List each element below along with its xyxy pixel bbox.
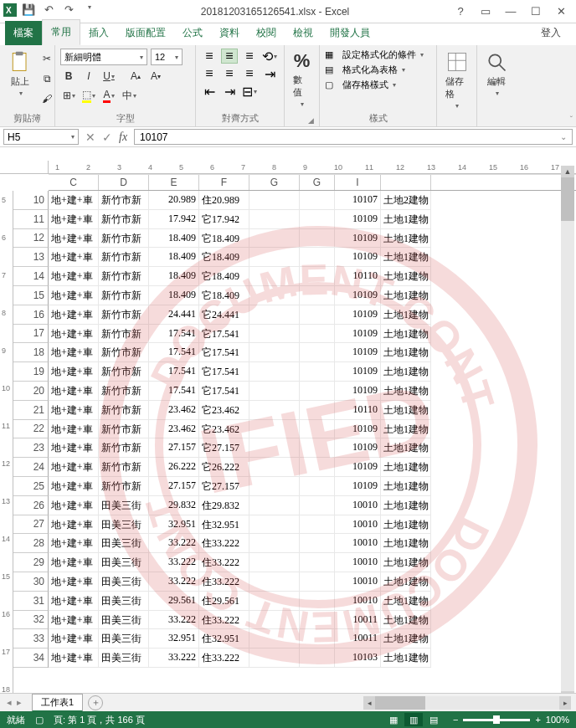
cell[interactable]: 10109 [335, 438, 381, 458]
sign-in-button[interactable]: 登入 [534, 21, 568, 45]
cell[interactable]: 田美三街 [99, 629, 149, 649]
cell[interactable] [249, 248, 300, 267]
cell[interactable]: 土地1建物 [381, 325, 431, 344]
cell[interactable]: 10109 [335, 362, 381, 382]
table-row[interactable]: 地+建+車新竹市新18.409它18.40910109土地1建物 [49, 248, 576, 267]
table-row[interactable]: 地+建+車新竹市新17.541它17.54110109土地1建物 [49, 343, 576, 362]
cell[interactable] [249, 458, 300, 477]
cell[interactable]: 田美三街 [99, 649, 149, 668]
cell[interactable]: 地+建+車 [49, 191, 99, 210]
cell[interactable]: 它17.942 [199, 210, 249, 229]
cell[interactable]: 新竹市新 [99, 191, 149, 210]
italic-button[interactable]: I [80, 68, 97, 85]
underline-button[interactable]: U▾ [100, 68, 117, 85]
cell[interactable]: 10109 [335, 248, 381, 267]
table-row[interactable]: 地+建+車新竹市新17.541它17.54110109土地1建物 [49, 362, 576, 382]
cell[interactable]: 新竹市新 [99, 286, 149, 305]
cell[interactable]: 地+建+車 [49, 382, 99, 401]
align-top-icon[interactable]: ≡ [201, 49, 218, 64]
table-row[interactable]: 地+建+車新竹市新23.462它23.46210110土地1建物 [49, 401, 576, 420]
cell[interactable] [249, 343, 300, 362]
cell[interactable]: 23.462 [149, 401, 199, 420]
cell[interactable]: 土地1建物 [381, 267, 431, 286]
cell[interactable]: 10103 [335, 649, 381, 668]
cell[interactable] [300, 210, 335, 229]
cell[interactable]: 10010 [335, 515, 381, 535]
help-icon[interactable]: ? [452, 5, 469, 18]
row-header[interactable]: 32 [13, 611, 49, 630]
cell[interactable] [300, 401, 335, 420]
cell[interactable]: 10010 [335, 496, 381, 515]
col-header[interactable] [381, 175, 431, 190]
close-icon[interactable]: ✕ [553, 5, 569, 18]
phonetic-button[interactable]: 中▾ [121, 87, 137, 104]
cell[interactable]: 地+建+車 [49, 210, 99, 229]
cell[interactable]: 住33.222 [199, 572, 249, 592]
cell[interactable]: 土地1建物 [381, 210, 431, 229]
cell[interactable]: 土地1建物 [381, 534, 431, 553]
scroll-right-icon[interactable]: ▸ [559, 696, 571, 710]
scroll-up-icon[interactable]: ▲ [561, 166, 574, 177]
cancel-icon[interactable]: ✕ [85, 131, 95, 144]
cell[interactable]: 新竹市新 [99, 458, 149, 477]
cells-button[interactable]: 儲存格 ▾ [442, 49, 471, 111]
table-row[interactable]: 地+建+車田美三街29.832住29.83210010土地1建物 [49, 496, 576, 515]
cell[interactable]: 33.222 [149, 553, 199, 572]
minimize-icon[interactable]: — [502, 5, 519, 18]
cell[interactable]: 地+建+車 [49, 458, 99, 477]
zoom-slider[interactable] [463, 719, 530, 721]
cell[interactable]: 32.951 [149, 515, 199, 535]
cell[interactable]: 新竹市新 [99, 267, 149, 286]
cell[interactable]: 土地1建物 [381, 629, 431, 649]
tab-data[interactable]: 資料 [211, 21, 248, 45]
row-header[interactable]: 24 [13, 458, 49, 477]
cell[interactable] [249, 420, 300, 439]
cell[interactable] [300, 286, 335, 305]
table-row[interactable]: 地+建+車田美三街33.222住33.22210010土地1建物 [49, 572, 576, 592]
cell[interactable]: 10109 [335, 382, 381, 401]
cell[interactable]: 它27.157 [199, 477, 249, 496]
table-row[interactable]: 地+建+車新竹市新23.462它23.46210109土地1建物 [49, 420, 576, 439]
cell[interactable]: 10107 [335, 191, 381, 210]
cell[interactable] [249, 267, 300, 286]
cell[interactable]: 土地1建物 [381, 229, 431, 249]
table-row[interactable]: 地+建+車田美三街32.951住32.95110011土地1建物 [49, 629, 576, 649]
cell[interactable] [249, 401, 300, 420]
cell[interactable]: 10109 [335, 286, 381, 305]
cell[interactable]: 住33.222 [199, 553, 249, 572]
col-header[interactable]: F [199, 175, 249, 190]
cell[interactable]: 27.157 [149, 438, 199, 458]
cell[interactable] [300, 515, 335, 535]
cell[interactable]: 18.409 [149, 229, 199, 249]
cell[interactable]: 新竹市新 [99, 420, 149, 439]
cell[interactable]: 住33.222 [199, 534, 249, 553]
cell[interactable]: 10010 [335, 572, 381, 592]
cell[interactable]: 它17.541 [199, 325, 249, 344]
tab-formulas[interactable]: 公式 [174, 21, 211, 45]
cell[interactable] [249, 210, 300, 229]
row-header[interactable]: 16 [13, 305, 49, 325]
align-center-icon[interactable]: ≡ [221, 66, 238, 81]
number-format-button[interactable]: % 數值 ▾ [290, 49, 314, 110]
cell[interactable]: 10011 [335, 611, 381, 630]
wrap-text-icon[interactable]: ⇥ [261, 66, 278, 81]
cell[interactable]: 土地1建物 [381, 515, 431, 535]
tab-layout[interactable]: 版面配置 [117, 21, 174, 45]
cell[interactable]: 地+建+車 [49, 362, 99, 382]
cell[interactable]: 田美三街 [99, 515, 149, 535]
cell[interactable] [300, 420, 335, 439]
cell[interactable]: 26.222 [149, 458, 199, 477]
table-row[interactable]: 地+建+車新竹市新18.409它18.40910109土地1建物 [49, 286, 576, 305]
cell[interactable] [249, 191, 300, 210]
cell[interactable]: 住32.951 [199, 629, 249, 649]
cell[interactable]: 住32.951 [199, 515, 249, 535]
tab-insert[interactable]: 插入 [80, 21, 117, 45]
scroll-thumb[interactable] [561, 177, 574, 221]
table-row[interactable]: 地+建+車田美三街33.222住33.22210011土地1建物 [49, 611, 576, 630]
cell[interactable]: 新竹市新 [99, 229, 149, 249]
cell[interactable] [300, 611, 335, 630]
cell[interactable]: 地+建+車 [49, 248, 99, 267]
row-header[interactable]: 27 [13, 515, 49, 535]
row-header[interactable]: 23 [13, 438, 49, 458]
align-left-icon[interactable]: ≡ [201, 66, 218, 81]
